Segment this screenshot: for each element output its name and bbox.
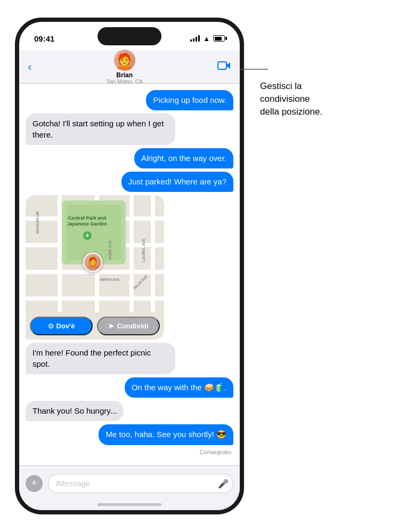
plus-icon: + (31, 478, 37, 489)
svg-rect-0 (218, 62, 226, 69)
sent-bubble: Me too, haha. See you shortly! 😎 (99, 424, 233, 445)
message-row: Just parked! Where are ya? (26, 172, 233, 192)
contact-name: Brian (116, 71, 133, 79)
message-row: Alright, on the way over. (26, 148, 233, 168)
dynamic-island (98, 27, 161, 45)
message-row: Thank you! So hungry... (26, 401, 233, 421)
map-road-label: LAUREL AVE (142, 239, 145, 262)
map-road-label: PALM AVE (133, 275, 149, 291)
video-call-button[interactable] (217, 60, 231, 74)
message-row: On the way with the 🥪🧃. (26, 377, 233, 398)
map-road (58, 195, 62, 312)
message-row-map: Central Park andJapanese Garden + MISSIO… (26, 195, 233, 340)
message-text: Thank you! So hungry... (33, 406, 117, 415)
message-text: Me too, haha. See you shortly! 😎 (105, 430, 226, 439)
sent-bubble: Picking up food now. (146, 90, 233, 110)
battery-icon (213, 35, 225, 42)
map-road-label: AUME AVE (108, 241, 112, 260)
phone-frame: 09:41 ▲ ‹ 🧑‍🦰 Brian San Mateo, CA (15, 18, 244, 514)
wifi-icon: ▲ (203, 35, 210, 43)
chat-area: Picking up food now. Gotcha! I'll start … (19, 84, 240, 465)
contact-subtitle: San Mateo, CA (107, 79, 143, 85)
message-text: I'm here! Found the perfect picnic spot. (33, 348, 151, 368)
annotation-area: Gestisci la condivisione della posizione… (244, 0, 398, 532)
share-button[interactable]: ➤ Condividi (97, 317, 160, 335)
message-row: Picking up food now. (26, 90, 233, 110)
map-buttons: ⊙ Dov'è ➤ Condividi (26, 312, 164, 340)
sent-bubble: Alright, on the way over. (134, 148, 233, 168)
mic-icon[interactable]: 🎤 (218, 478, 229, 488)
avatar: 🧑‍🦰 (114, 50, 135, 71)
map-background: Central Park andJapanese Garden + MISSIO… (26, 195, 164, 312)
sent-bubble: On the way with the 🥪🧃. (125, 377, 233, 398)
message-text: Alright, on the way over. (141, 154, 226, 163)
message-row: Gotcha! I'll start setting up when I get… (26, 114, 233, 145)
map-road-label: MISSION DR (36, 212, 39, 234)
where-button[interactable]: ⊙ Dov'è (30, 317, 93, 335)
annotation-text: Gestisci la condivisione della posizione… (260, 80, 387, 118)
where-icon: ⊙ (48, 322, 54, 330)
sent-bubble: Just parked! Where are ya? (121, 172, 233, 192)
message-text: Picking up food now. (153, 95, 226, 104)
map-pin: 🧑‍🦰 (83, 253, 102, 272)
home-indicator (98, 503, 161, 506)
share-label: Condividi (117, 322, 148, 330)
map-road (151, 195, 155, 312)
add-button[interactable]: + (26, 475, 43, 492)
where-label: Dov'è (56, 322, 75, 330)
share-icon: ➤ (108, 322, 114, 330)
annotation-arrow (239, 48, 271, 91)
message-row: Me too, haha. See you shortly! 😎 (26, 424, 233, 445)
received-bubble: Thank you! So hungry... (26, 401, 124, 421)
contact-info[interactable]: 🧑‍🦰 Brian San Mateo, CA (107, 50, 143, 85)
signal-icon (190, 35, 200, 42)
battery-fill (215, 37, 222, 41)
map-bubble[interactable]: Central Park andJapanese Garden + MISSIO… (26, 195, 164, 340)
map-image[interactable]: Central Park andJapanese Garden + MISSIO… (26, 195, 164, 312)
delivery-status: Consegnato (26, 449, 231, 455)
received-bubble: Gotcha! I'll start setting up when I get… (26, 114, 175, 145)
back-chevron-icon: ‹ (28, 60, 31, 74)
status-icons: ▲ (190, 35, 225, 43)
message-text: On the way with the 🥪🧃. (132, 383, 226, 392)
map-road (129, 195, 134, 312)
received-bubble: I'm here! Found the perfect picnic spot. (26, 343, 175, 374)
back-button[interactable]: ‹ (28, 60, 31, 74)
map-park-label: Central Park andJapanese Garden (67, 215, 107, 227)
status-time: 09:41 (34, 34, 54, 43)
message-text: Just parked! Where are ya? (128, 177, 226, 186)
input-placeholder: iMessage (56, 479, 90, 488)
nav-header: ‹ 🧑‍🦰 Brian San Mateo, CA (19, 51, 240, 84)
message-row: I'm here! Found the perfect picnic spot. (26, 343, 233, 374)
avatar-emoji: 🧑‍🦰 (115, 54, 134, 69)
message-input-container[interactable]: iMessage 🎤 (48, 474, 233, 493)
map-road-label: NINTH AVE (100, 278, 120, 281)
message-text: Gotcha! I'll start setting up when I get… (33, 119, 164, 139)
